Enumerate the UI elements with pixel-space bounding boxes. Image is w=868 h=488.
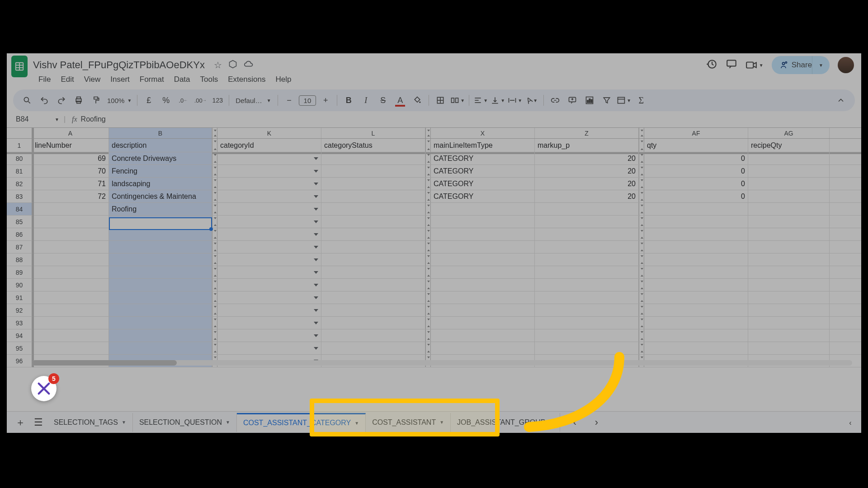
cell[interactable]: 0 (644, 178, 748, 190)
collapse-toolbar-icon[interactable] (833, 93, 849, 108)
horizontal-scrollbar[interactable] (32, 360, 852, 366)
redo-icon[interactable] (54, 93, 69, 108)
cell[interactable] (109, 317, 212, 329)
chart-button[interactable] (582, 93, 597, 108)
cell[interactable] (321, 241, 425, 253)
row-header[interactable]: 83 (7, 190, 32, 202)
cell[interactable] (748, 291, 830, 304)
cell[interactable]: 20 (535, 178, 639, 190)
merge-button[interactable]: ▼ (450, 93, 465, 108)
paint-format-icon[interactable] (88, 93, 104, 108)
row-header[interactable]: 87 (7, 241, 32, 253)
cell[interactable]: 0 (644, 190, 748, 202)
cell[interactable] (321, 228, 425, 240)
cell[interactable] (431, 304, 535, 316)
cell-header[interactable]: description (109, 139, 212, 152)
column-headers[interactable]: A B K L X Z AF AG (7, 128, 861, 139)
row-header[interactable]: 94 (7, 329, 32, 342)
text-color-button[interactable]: A (392, 93, 408, 108)
cell[interactable] (748, 203, 830, 215)
formula-input[interactable]: Roofing (81, 115, 106, 123)
cell[interactable] (535, 304, 639, 316)
cell[interactable] (748, 241, 830, 253)
menu-tools[interactable]: Tools (196, 73, 223, 86)
row-header[interactable]: 91 (7, 291, 32, 304)
filter-views-button[interactable]: ▼ (616, 93, 632, 108)
cell[interactable] (748, 178, 830, 190)
functions-button[interactable]: Σ (633, 93, 649, 108)
cell[interactable] (321, 190, 425, 202)
cell[interactable] (321, 317, 425, 329)
cell[interactable] (748, 342, 830, 354)
cell-dropdown[interactable] (217, 178, 321, 190)
cell-header[interactable]: lineNumber (32, 139, 109, 152)
decrease-decimal-button[interactable]: .0← (175, 93, 191, 108)
tab-scroll-left[interactable]: ‹ (566, 413, 584, 432)
cell[interactable]: CATEGORY (431, 178, 535, 190)
cell[interactable] (321, 152, 425, 164)
cell[interactable]: 20 (535, 190, 639, 202)
cell[interactable] (431, 342, 535, 354)
currency-button[interactable]: £ (141, 93, 156, 108)
cell[interactable] (431, 241, 535, 253)
strike-button[interactable]: S (375, 93, 391, 108)
cell-dropdown[interactable] (217, 241, 321, 253)
cell[interactable]: Concrete Driveways (109, 152, 212, 164)
sheet-tab[interactable]: JOB_ASSISTANT_GROUP▼ (451, 413, 560, 432)
cell[interactable] (644, 203, 748, 215)
cell[interactable] (321, 266, 425, 278)
cell[interactable] (32, 279, 109, 291)
cell[interactable] (321, 279, 425, 291)
cell[interactable] (535, 228, 639, 240)
cell[interactable]: CATEGORY (431, 165, 535, 177)
cell[interactable] (32, 291, 109, 304)
cell[interactable]: 71 (32, 178, 109, 190)
cell[interactable] (644, 253, 748, 266)
cell[interactable] (32, 342, 109, 354)
more-formats-button[interactable]: 123 (210, 93, 225, 108)
cell[interactable] (431, 317, 535, 329)
menu-view[interactable]: View (80, 73, 105, 86)
cell[interactable] (644, 329, 748, 342)
cell[interactable] (109, 253, 212, 266)
cell[interactable] (32, 228, 109, 240)
tab-scroll-right[interactable]: › (587, 413, 605, 432)
cell-dropdown[interactable] (217, 279, 321, 291)
cell[interactable]: CATEGORY (431, 190, 535, 202)
cell[interactable] (431, 203, 535, 215)
row-header[interactable]: 89 (7, 266, 32, 278)
wrap-button[interactable]: ▼ (507, 93, 523, 108)
add-sheet-button[interactable]: ＋ (11, 413, 29, 432)
cell[interactable] (431, 291, 535, 304)
cell[interactable] (748, 317, 830, 329)
cell[interactable] (431, 216, 535, 228)
bold-button[interactable]: B (341, 93, 356, 108)
cell[interactable] (748, 266, 830, 278)
col-header-K[interactable]: K (217, 128, 321, 138)
rotate-button[interactable]: A▼ (524, 93, 540, 108)
percent-button[interactable]: % (158, 93, 174, 108)
col-header-Z[interactable]: Z (535, 128, 639, 138)
menu-insert[interactable]: Insert (106, 73, 134, 86)
cell[interactable] (109, 216, 212, 228)
cell[interactable] (109, 304, 212, 316)
cell[interactable] (32, 266, 109, 278)
cell[interactable] (535, 317, 639, 329)
account-avatar[interactable] (838, 57, 854, 73)
menu-edit[interactable]: Edit (56, 73, 78, 86)
cell[interactable] (431, 253, 535, 266)
row-header[interactable]: 86 (7, 228, 32, 240)
doc-title[interactable]: Vishv Patel_FPuPgQizTPbibAOeDKYx (33, 59, 205, 71)
cell-header[interactable]: categoryStatus (321, 139, 425, 152)
cell-dropdown[interactable] (217, 304, 321, 316)
decrease-font-button[interactable]: − (282, 93, 297, 108)
sheet-tab[interactable]: SELECTION_QUESTION▼ (133, 413, 237, 432)
cell[interactable] (321, 178, 425, 190)
extension-badge[interactable]: 5 (31, 376, 57, 401)
cell[interactable] (748, 329, 830, 342)
cell[interactable]: Fencing (109, 165, 212, 177)
col-header-A[interactable]: A (32, 128, 109, 138)
cell[interactable] (32, 329, 109, 342)
cell[interactable] (535, 291, 639, 304)
cell[interactable] (748, 228, 830, 240)
